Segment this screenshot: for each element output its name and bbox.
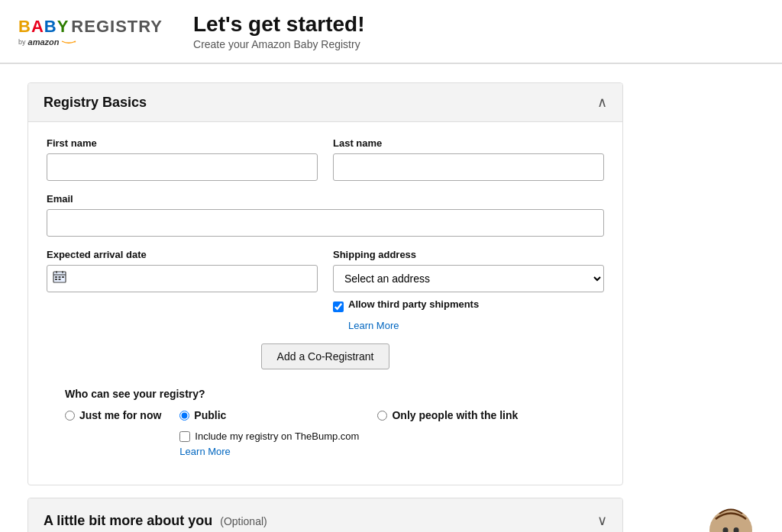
last-name-input[interactable]: [333, 153, 604, 181]
email-group: Email: [47, 193, 604, 237]
bump-learn-more-row: Learn More: [179, 445, 359, 457]
email-input[interactable]: [47, 209, 604, 237]
shipping-address-label: Shipping address: [333, 249, 604, 260]
svg-rect-4: [55, 276, 57, 278]
arrival-date-label: Expected arrival date: [47, 249, 318, 260]
shipments-learn-more-row: Learn More: [348, 319, 604, 331]
just-me-radio[interactable]: [65, 411, 75, 421]
logo-baby-registry: BABY REGISTRY: [18, 17, 163, 37]
public-label: Public: [194, 409, 226, 421]
baby-image-area: [689, 488, 773, 532]
optional-label: (Optional): [220, 515, 267, 527]
first-name-group: First name: [47, 137, 318, 181]
logo-registry-text: REGISTRY: [71, 17, 163, 37]
amazon-text: amazon: [28, 37, 60, 47]
co-registrant-row: Add a Co-Registrant: [47, 343, 604, 369]
header-divider: [0, 63, 782, 64]
page-subtitle: Create your Amazon Baby Registry: [193, 38, 364, 50]
public-extra: Include my registry on TheBump.com Learn…: [179, 424, 359, 457]
just-me-label: Just me for now: [79, 409, 161, 421]
baby-figure-icon: [693, 488, 769, 532]
svg-rect-7: [55, 279, 57, 280]
date-address-row: Expected arrival date: [47, 249, 604, 331]
registry-basics-header: Registry Basics ∧: [28, 83, 622, 122]
radio-just-me: Just me for now: [65, 409, 161, 421]
first-name-input[interactable]: [47, 153, 318, 181]
include-bump-checkbox[interactable]: [179, 431, 190, 442]
amazon-smile-icon: [61, 39, 76, 45]
logo-area: BABY REGISTRY by amazon: [18, 17, 163, 47]
allow-shipments-row: Allow third party shipments: [333, 298, 604, 314]
logo-b2: B: [44, 17, 57, 36]
public-option-group: Public Include my registry on TheBump.co…: [179, 409, 359, 457]
optional-section-header[interactable]: A little bit more about you (Optional) ∨: [28, 498, 622, 532]
main-content: Registry Basics ∧ First name Last name: [9, 82, 773, 532]
form-area: Registry Basics ∧ First name Last name: [27, 82, 623, 532]
registry-basics-title: Registry Basics: [44, 95, 147, 111]
public-radio[interactable]: [179, 411, 189, 421]
include-bump-row: Include my registry on TheBump.com: [179, 430, 359, 442]
include-bump-label: Include my registry on TheBump.com: [195, 430, 359, 442]
arrival-date-group: Expected arrival date: [47, 249, 318, 331]
registry-basics-section: Registry Basics ∧ First name Last name: [27, 82, 623, 485]
svg-rect-6: [62, 276, 64, 278]
shipping-address-select[interactable]: Select an address: [333, 265, 604, 292]
svg-rect-8: [59, 279, 61, 280]
chevron-up-icon: ∧: [597, 94, 607, 111]
allow-shipments-label: Allow third party shipments: [348, 298, 479, 310]
email-label: Email: [47, 193, 604, 205]
last-name-group: Last name: [333, 137, 604, 181]
header-text: Let's get started! Create your Amazon Ba…: [193, 12, 364, 50]
radio-public: Public: [179, 409, 359, 421]
registry-basics-body: First name Last name Email: [28, 122, 622, 485]
visibility-section: Who can see your registry? Just me for n…: [47, 376, 604, 469]
logo-a: A: [31, 17, 44, 36]
logo-baby-text: BABY: [18, 17, 69, 37]
bump-learn-more-link[interactable]: Learn More: [179, 446, 230, 457]
radio-link-only: Only people with the link: [377, 409, 518, 421]
logo-y: Y: [57, 17, 69, 36]
first-name-label: First name: [47, 137, 318, 149]
email-row: Email: [47, 193, 604, 237]
page-header: BABY REGISTRY by amazon Let's get starte…: [0, 0, 782, 63]
visibility-question: Who can see your registry?: [65, 388, 586, 400]
page-title: Let's get started!: [193, 12, 364, 37]
optional-section: A little bit more about you (Optional) ∨: [27, 498, 623, 532]
optional-section-title: A little bit more about you (Optional): [44, 513, 267, 529]
by-text: by: [18, 38, 26, 46]
shipments-learn-more-link[interactable]: Learn More: [348, 320, 399, 331]
arrival-date-input[interactable]: [47, 265, 318, 292]
co-registrant-button[interactable]: Add a Co-Registrant: [261, 343, 390, 369]
svg-rect-5: [59, 276, 61, 278]
name-row: First name Last name: [47, 137, 604, 181]
optional-title-text: A little bit more about you: [44, 513, 212, 528]
link-only-label: Only people with the link: [392, 409, 518, 421]
calendar-icon: [53, 270, 66, 287]
logo-b1: B: [18, 17, 31, 36]
logo-by-amazon: by amazon: [18, 37, 163, 47]
chevron-down-icon: ∨: [597, 512, 607, 529]
date-input-wrapper: [47, 265, 318, 292]
last-name-label: Last name: [333, 137, 604, 149]
allow-shipments-checkbox[interactable]: [333, 301, 344, 312]
link-only-radio[interactable]: [377, 411, 387, 421]
shipping-address-group: Shipping address Select an address Allow…: [333, 249, 604, 331]
radio-options: Just me for now Public Include my regist…: [65, 409, 586, 457]
